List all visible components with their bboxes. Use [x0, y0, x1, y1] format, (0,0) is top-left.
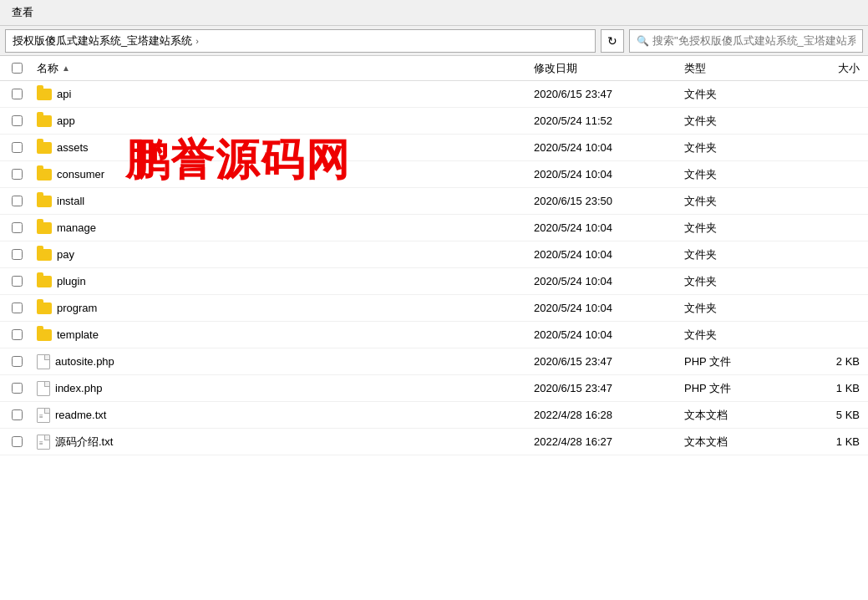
row-date: 2020/6/15 23:47	[534, 355, 684, 368]
search-input[interactable]	[652, 34, 855, 47]
col-header-size[interactable]: 大小	[801, 61, 868, 76]
row-type: 文件夹	[684, 87, 801, 102]
row-checkbox[interactable]	[0, 356, 33, 367]
file-icon	[37, 381, 50, 396]
folder-icon	[37, 329, 52, 341]
file-icon	[37, 354, 50, 369]
row-name: program	[33, 302, 534, 314]
row-checkbox[interactable]	[0, 276, 33, 287]
row-checkbox[interactable]	[0, 89, 33, 99]
address-path[interactable]: 授权版傻瓜式建站系统_宝塔建站系统 ›	[5, 29, 596, 53]
row-name: api	[33, 88, 534, 100]
table-row[interactable]: manage 2020/5/24 10:04 文件夹	[0, 215, 868, 242]
row-type: 文件夹	[684, 140, 801, 155]
table-row[interactable]: consumer 2020/5/24 10:04 文件夹	[0, 161, 868, 188]
row-checkbox[interactable]	[0, 409, 33, 420]
row-name: index.php	[33, 381, 534, 396]
row-date: 2020/5/24 11:52	[534, 114, 684, 127]
file-name-label: 源码介绍.txt	[55, 435, 113, 450]
row-checkbox[interactable]	[0, 142, 33, 153]
col-header-type[interactable]: 类型	[684, 61, 801, 76]
column-headers: 名称 ▲ 修改日期 类型 大小	[0, 56, 868, 81]
row-checkbox[interactable]	[0, 436, 33, 447]
row-checkbox[interactable]	[0, 383, 33, 394]
table-row[interactable]: app 2020/5/24 11:52 文件夹	[0, 108, 868, 135]
row-size: 1 KB	[801, 435, 868, 448]
col-header-name[interactable]: 名称 ▲	[33, 61, 534, 76]
row-checkbox[interactable]	[0, 303, 33, 313]
row-checkbox[interactable]	[0, 169, 33, 180]
row-type: 文件夹	[684, 194, 801, 209]
row-name: template	[33, 328, 534, 341]
row-type: 文件夹	[684, 114, 801, 129]
row-type: 文本文档	[684, 435, 801, 450]
refresh-button[interactable]: ↻	[601, 29, 624, 53]
row-date: 2020/5/24 10:04	[534, 302, 684, 314]
select-all-checkbox[interactable]	[0, 63, 33, 74]
row-type: 文件夹	[684, 167, 801, 182]
row-checkbox[interactable]	[0, 196, 33, 206]
row-name: 源码介绍.txt	[33, 435, 534, 450]
row-type: 文件夹	[684, 247, 801, 262]
row-checkbox[interactable]	[0, 249, 33, 260]
row-name: readme.txt	[33, 408, 534, 423]
table-row[interactable]: autosite.php 2020/6/15 23:47 PHP 文件 2 KB	[0, 348, 868, 375]
row-date: 2020/6/15 23:47	[534, 382, 684, 394]
row-date: 2020/5/24 10:04	[534, 328, 684, 341]
row-type: PHP 文件	[684, 354, 801, 369]
textfile-icon	[37, 408, 50, 423]
row-type: 文本文档	[684, 408, 801, 423]
file-name-label: api	[57, 88, 71, 100]
chevron-right-icon: ›	[195, 36, 199, 46]
file-name-label: manage	[57, 221, 96, 234]
file-name-label: program	[57, 302, 97, 314]
file-name-label: pay	[57, 248, 74, 261]
sort-arrow-icon: ▲	[62, 64, 70, 73]
row-type: PHP 文件	[684, 381, 801, 396]
folder-icon	[37, 276, 52, 287]
file-name-label: consumer	[57, 168, 104, 181]
table-row[interactable]: pay 2020/5/24 10:04 文件夹	[0, 242, 868, 268]
address-bar: 授权版傻瓜式建站系统_宝塔建站系统 › ↻ 🔍	[0, 26, 868, 56]
textfile-icon	[37, 435, 50, 450]
table-row[interactable]: api 2020/6/15 23:47 文件夹	[0, 81, 868, 108]
row-checkbox[interactable]	[0, 115, 33, 126]
row-date: 2020/6/15 23:47	[534, 88, 684, 100]
row-checkbox[interactable]	[0, 222, 33, 233]
row-name: install	[33, 195, 534, 207]
menu-view[interactable]: 查看	[7, 3, 38, 22]
file-list: 鹏誉源码网 api 2020/6/15 23:47 文件夹 app 2020/5…	[0, 81, 868, 596]
row-date: 2020/5/24 10:04	[534, 221, 684, 234]
folder-icon	[37, 249, 52, 261]
row-name: autosite.php	[33, 354, 534, 369]
row-date: 2020/5/24 10:04	[534, 248, 684, 261]
file-name-label: index.php	[55, 382, 102, 394]
row-name: app	[33, 114, 534, 127]
row-type: 文件夹	[684, 301, 801, 316]
row-date: 2020/6/15 23:50	[534, 195, 684, 207]
row-date: 2020/5/24 10:04	[534, 275, 684, 287]
file-name-label: app	[57, 114, 75, 127]
table-row[interactable]: program 2020/5/24 10:04 文件夹	[0, 295, 868, 322]
row-size: 2 KB	[801, 355, 868, 368]
table-row[interactable]: index.php 2020/6/15 23:47 PHP 文件 1 KB	[0, 375, 868, 402]
folder-icon	[37, 169, 52, 181]
menu-bar: 查看	[0, 0, 868, 26]
row-name: manage	[33, 221, 534, 234]
table-row[interactable]: install 2020/6/15 23:50 文件夹	[0, 188, 868, 215]
table-row[interactable]: template 2020/5/24 10:04 文件夹	[0, 322, 868, 348]
table-row[interactable]: plugin 2020/5/24 10:04 文件夹	[0, 268, 868, 295]
row-date: 2020/5/24 10:04	[534, 168, 684, 181]
folder-icon	[37, 196, 52, 207]
row-date: 2022/4/28 16:28	[534, 409, 684, 421]
table-row[interactable]: assets 2020/5/24 10:04 文件夹	[0, 135, 868, 161]
col-header-date[interactable]: 修改日期	[534, 61, 684, 76]
row-checkbox[interactable]	[0, 329, 33, 340]
table-row[interactable]: 源码介绍.txt 2022/4/28 16:27 文本文档 1 KB	[0, 429, 868, 455]
file-name-label: readme.txt	[55, 409, 106, 421]
folder-icon	[37, 303, 52, 314]
file-name-label: autosite.php	[55, 355, 114, 368]
folder-icon	[37, 142, 52, 154]
file-name-label: template	[57, 328, 99, 341]
table-row[interactable]: readme.txt 2022/4/28 16:28 文本文档 5 KB	[0, 402, 868, 429]
